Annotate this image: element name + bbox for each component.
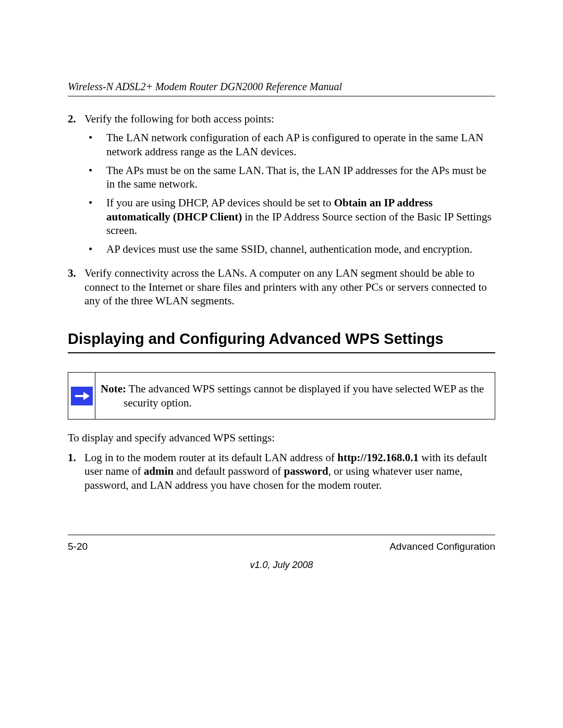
numbered-list-bottom: 1. Log in to the modem router at its def… [68,451,495,492]
document-page: Wireless-N ADSL2+ Modem Router DGN2000 R… [0,0,563,728]
bullet-text: The LAN network configuration of each AP… [106,131,495,158]
note-text-cell: Note: The advanced WPS settings cannot b… [95,372,495,419]
bullet-item: • The APs must be on the same LAN. That … [84,164,495,191]
footer-row: 5-20 Advanced Configuration [68,541,495,552]
paragraph-after-note: To display and specify advanced WPS sett… [68,431,495,445]
bullet-text: If you are using DHCP, AP devices should… [106,196,495,237]
numbered-list-top: 2. Verify the following for both access … [68,112,495,307]
bullet-item: • If you are using DHCP, AP devices shou… [84,196,495,237]
step-1b-pre: Log in to the modem router at its defaul… [84,451,337,464]
body-content: 2. Verify the following for both access … [68,112,495,492]
step-content: Verify the following for both access poi… [84,112,495,261]
svg-marker-1 [83,392,90,400]
bullet-item: • The LAN network configuration of each … [84,131,495,158]
bullet-dot-icon: • [84,164,106,191]
bullet-dot-icon: • [84,196,106,237]
page-number: 5-20 [68,541,88,552]
list-item-step-1: 1. Log in to the modem router at its def… [68,451,495,492]
bullet-item: • AP devices must use the same SSID, cha… [84,242,495,256]
section-heading: Displaying and Configuring Advanced WPS … [68,329,495,353]
running-header: Wireless-N ADSL2+ Modem Router DGN2000 R… [68,81,495,96]
list-item-step-3: 3. Verify connectivity across the LANs. … [68,266,495,307]
step-1b-password: password [284,465,328,477]
list-item-step-2: 2. Verify the following for both access … [68,112,495,261]
step-number: 3. [68,266,84,307]
step-3-text: Verify connectivity across the LANs. A c… [84,267,487,307]
note-body-text: The advanced WPS settings cannot be disp… [124,382,484,409]
step-1b-url: http://192.168.0.1 [337,451,419,464]
step-1b-admin: admin [144,465,174,477]
bullet-text: AP devices must use the same SSID, chann… [106,242,495,256]
footer-section-name: Advanced Configuration [389,541,495,552]
footer-version: v1.0, July 2008 [0,560,563,571]
step-number: 2. [68,112,84,261]
arrow-right-icon [71,387,93,405]
step-number: 1. [68,451,84,492]
step-content: Verify connectivity across the LANs. A c… [84,266,495,307]
step-2-intro: Verify the following for both access poi… [84,113,274,125]
bullet-dot-icon: • [84,242,106,256]
bullet-text: The APs must be on the same LAN. That is… [106,164,495,191]
bullet-list: • The LAN network configuration of each … [84,131,495,256]
note-label: Note: [101,382,126,395]
footer-rule [68,535,495,535]
bullet-dot-icon: • [84,131,106,158]
note-icon-cell [68,372,95,419]
note-box: Note: The advanced WPS settings cannot b… [68,372,495,419]
step-1b-mid2: and default password of [174,465,284,477]
bullet-3-pre: If you are using DHCP, AP devices should… [106,196,334,209]
step-content: Log in to the modem router at its defaul… [84,451,495,492]
